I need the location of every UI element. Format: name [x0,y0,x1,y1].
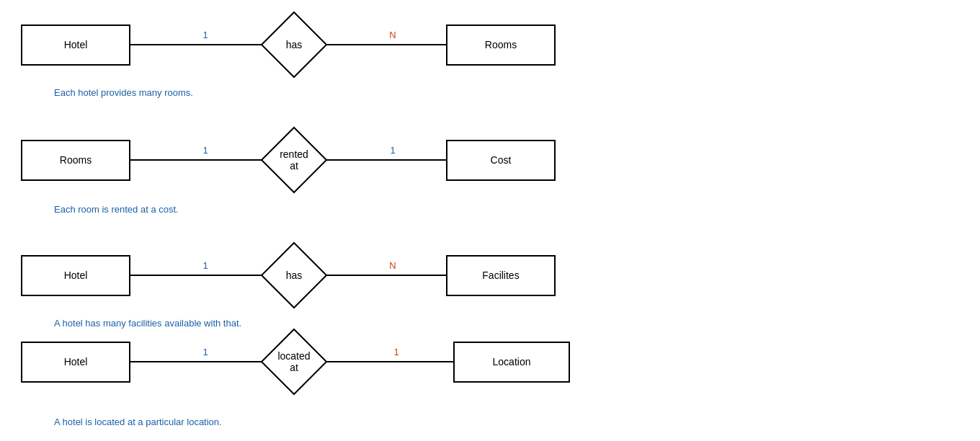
card-4-1r: 1 [393,347,398,357]
caption-2: Each room is rented at a cost. [54,204,179,215]
caption-4: A hotel is located at a particular locat… [54,416,222,427]
er-diagram-svg: Hotel has 1 N Rooms Each hotel provides … [0,0,980,441]
relation-located-at-label1: located [277,350,310,362]
entity-location-label: Location [493,356,531,368]
relation-rented-at-label2: at [290,160,298,172]
entity-hotel-3-label: Hotel [64,270,88,281]
entity-facilites-label: Facilites [482,270,519,281]
entity-cost-label: Cost [491,154,512,166]
card-3-1: 1 [202,260,208,271]
caption-3: A hotel has many facilities available wi… [54,318,241,329]
entity-rooms-2-label: Rooms [60,154,92,166]
relation-rented-at-label1: rented [280,148,308,160]
entity-rooms-1-label: Rooms [485,39,517,50]
card-1-1: 1 [202,30,208,40]
caption-1: Each hotel provides many rooms. [54,87,193,98]
card-1-n: N [389,30,396,40]
relation-has-3-label: has [286,270,303,281]
relation-has-1-label: has [286,39,303,50]
entity-hotel-4-label: Hotel [64,356,88,368]
card-3-n: N [389,260,396,271]
diagram-area: Hotel has 1 N Rooms Each hotel provides … [0,0,980,441]
relation-located-at-label2: at [290,362,298,373]
entity-hotel-1-label: Hotel [64,39,88,50]
card-2-1r: 1 [390,145,395,156]
card-2-1l: 1 [202,145,208,156]
card-4-1l: 1 [202,347,208,357]
